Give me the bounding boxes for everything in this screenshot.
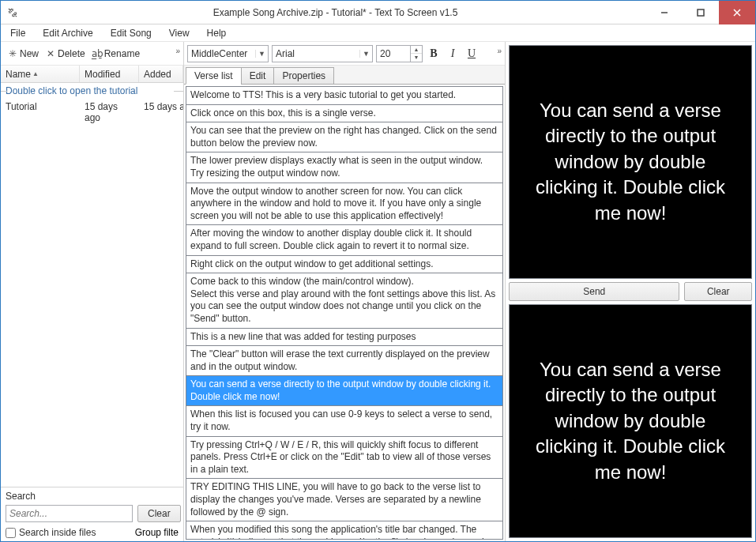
tab-row: Verse list Edit Properties [184, 66, 505, 85]
col-added-label: Added [144, 69, 171, 80]
search-input[interactable] [6, 505, 133, 522]
new-button[interactable]: ✳ New [4, 47, 42, 61]
preview-buttons: Send Clear [509, 282, 752, 301]
left-pane: ✳ New ✕ Delete a̲ḇ Rename » Name ▲ Modif… [1, 42, 184, 541]
col-name-label: Name [6, 69, 31, 80]
underline-button[interactable]: U [464, 45, 480, 62]
window-buttons [646, 1, 755, 24]
maximize-button[interactable] [683, 1, 719, 24]
menu-edit-archive[interactable]: Edit Archive [39, 26, 96, 40]
col-modified[interactable]: Modified [80, 66, 139, 82]
tab-edit[interactable]: Edit [241, 67, 275, 85]
font-size-value: 20 [377, 48, 410, 59]
verse-item[interactable]: You can see that the preview on the righ… [186, 122, 502, 152]
spin-up-icon[interactable]: ▲ [411, 46, 422, 54]
verse-item[interactable]: Welcome to TTS! This is a very basic tut… [186, 87, 502, 105]
group-filter-label[interactable]: Group filte [135, 527, 179, 538]
search-section: Search Clear Search inside files Group f… [1, 487, 183, 541]
verse-item[interactable]: TRY EDITING THIS LINE, you will have to … [186, 479, 502, 521]
right-pane: You can send a verse directly to the out… [506, 42, 755, 541]
cell-modified: 15 days ago [80, 99, 139, 126]
verse-item[interactable]: Come back to this window (the main/contr… [186, 273, 502, 328]
svg-rect-1 [698, 9, 704, 16]
verse-item[interactable]: The lower preview displays exactly what … [186, 152, 502, 183]
sort-asc-icon: ▲ [32, 70, 39, 77]
search-inside-checkbox[interactable]: Search inside files [6, 527, 96, 538]
format-toolbar: MiddleCenter ▼ Arial ▼ 20 ▲ ▼ B I U » [184, 42, 505, 66]
list-body[interactable]: Double click to open the tutorial Tutori… [1, 83, 183, 487]
bold-button[interactable]: B [426, 45, 442, 62]
cell-name: Tutorial [1, 99, 80, 126]
verse-item[interactable]: Try pressing Ctrl+Q / W / E / R, this wi… [186, 437, 502, 480]
app-icon [1, 7, 24, 18]
search-label: Search [6, 491, 179, 502]
col-name[interactable]: Name ▲ [1, 66, 80, 82]
mid-pane: MiddleCenter ▼ Arial ▼ 20 ▲ ▼ B I U » [184, 42, 506, 541]
menubar: File Edit Archive Edit Song View Help [1, 24, 755, 42]
alignment-select[interactable]: MiddleCenter ▼ [187, 45, 269, 62]
alignment-value: MiddleCenter [188, 48, 255, 59]
font-size-input[interactable]: 20 [376, 45, 411, 62]
menu-file[interactable]: File [7, 26, 28, 40]
font-select[interactable]: Arial ▼ [272, 45, 373, 62]
new-label: New [20, 48, 39, 59]
verse-item[interactable]: Right click on the output window to get … [186, 256, 502, 274]
delete-button[interactable]: ✕ Delete [42, 47, 88, 61]
menu-view[interactable]: View [166, 26, 193, 40]
spin-down-icon[interactable]: ▼ [411, 54, 422, 62]
col-modified-label: Modified [85, 69, 120, 80]
list-item[interactable]: Tutorial 15 days ago 15 days ag [1, 99, 183, 126]
tab-verse-list[interactable]: Verse list [186, 67, 242, 85]
verse-item[interactable]: When you modified this song the applicat… [186, 521, 502, 540]
toolbar-overflow-icon[interactable]: » [175, 47, 180, 55]
search-inside-label: Search inside files [19, 527, 96, 538]
window-title: Example Song Archive.zip - Tutorial* - T… [24, 7, 646, 18]
italic-button[interactable]: I [445, 45, 461, 62]
titlebar: Example Song Archive.zip - Tutorial* - T… [1, 1, 755, 24]
list-header: Name ▲ Modified Added [1, 66, 183, 83]
verse-item[interactable]: The "Clear" button will erase the text c… [186, 346, 502, 376]
toolbar-overflow-icon[interactable]: » [497, 47, 502, 55]
menu-edit-song[interactable]: Edit Song [107, 26, 155, 40]
col-added[interactable]: Added [139, 66, 183, 82]
rename-icon: a̲ḇ [92, 48, 103, 59]
delete-label: Delete [58, 48, 85, 59]
output-pane: You can send a verse directly to the out… [509, 304, 752, 538]
verse-item[interactable]: After moving the window to another displ… [186, 225, 502, 255]
verse-item[interactable]: Click once on this box, this is a single… [186, 105, 502, 123]
list-hint: Double click to open the tutorial [1, 83, 183, 99]
font-size-spinner: ▲ ▼ [411, 45, 423, 62]
chevron-down-icon: ▼ [255, 50, 268, 58]
chevron-down-icon: ▼ [359, 50, 372, 58]
verse-list[interactable]: Welcome to TTS! This is a very basic tut… [186, 86, 503, 540]
preview-pane: You can send a verse directly to the out… [509, 45, 752, 279]
verse-item[interactable]: This is a new line that was added for te… [186, 329, 502, 347]
close-button[interactable] [719, 1, 755, 24]
delete-icon: ✕ [45, 48, 56, 59]
clear-button[interactable]: Clear [684, 282, 752, 301]
search-inside-box[interactable] [6, 528, 16, 538]
verse-item[interactable]: You can send a verse directly to the out… [186, 376, 502, 406]
verse-item[interactable]: Move the output window to another screen… [186, 183, 502, 226]
send-button[interactable]: Send [509, 282, 679, 301]
menu-help[interactable]: Help [204, 26, 230, 40]
search-clear-button[interactable]: Clear [137, 505, 181, 522]
rename-label: Rename [104, 48, 140, 59]
minimize-button[interactable] [646, 1, 683, 24]
verse-item[interactable]: When this list is focused you can use 0-… [186, 406, 502, 436]
tab-properties[interactable]: Properties [273, 67, 334, 85]
new-icon: ✳ [7, 48, 18, 59]
rename-button[interactable]: a̲ḇ Rename [88, 47, 143, 61]
cell-added: 15 days ag [139, 99, 183, 126]
font-value: Arial [273, 48, 359, 59]
left-toolbar: ✳ New ✕ Delete a̲ḇ Rename » [1, 42, 183, 66]
